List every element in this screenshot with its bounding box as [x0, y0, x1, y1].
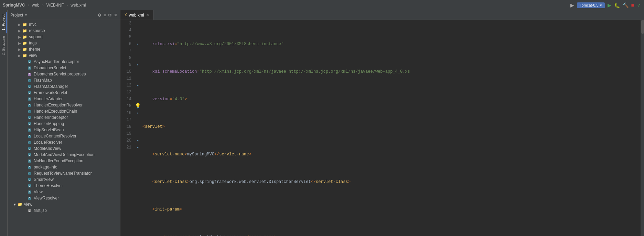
- tree-label-viewresolver: ViewResolver: [34, 196, 59, 201]
- editor-area: X web.xml ✕ 3 4 5 6 7 8 9 10 11 12 13 14…: [120, 10, 644, 236]
- tomcat-selector[interactable]: Tomcat-8.5 ▾: [577, 2, 604, 8]
- tree-label-themeresolver: ThemeResolver: [34, 183, 63, 188]
- tree-label-smartview: SmartView: [34, 177, 54, 182]
- tree-item-nohandlerfound[interactable]: C NoHandlerFoundException: [8, 158, 120, 164]
- code-line-7: <servlet-name>mySpringMVC</servlet-name>: [142, 151, 641, 158]
- tree-item-viewresolver[interactable]: C ViewResolver: [8, 195, 120, 201]
- close-icon[interactable]: ✕: [114, 13, 117, 18]
- tree-label-view-class: View: [34, 189, 43, 194]
- editor-tabs-bar: X web.xml ✕: [120, 10, 644, 20]
- code-line-6: <servlet>: [142, 123, 641, 130]
- tree-item-mavdefexception[interactable]: C ModelAndViewDefiningException: [8, 152, 120, 158]
- code-lines: xmlns:xsi="http://www.w3.org/2001/XMLSch…: [141, 20, 641, 236]
- tree-item-mvc[interactable]: ▶ 📁 mvc: [8, 21, 120, 28]
- tree-label-flashmap: FlashMap: [34, 78, 52, 83]
- tree-label-asynchandler: AsyncHandlerInterceptor: [34, 59, 79, 64]
- line-numbers: 3 4 5 6 7 8 9 10 11 12 13 14 15 16 17 18…: [120, 20, 134, 236]
- tree-item-resource[interactable]: ▶ 📁 resource: [8, 28, 120, 34]
- run-icon: ▶: [570, 2, 574, 8]
- tab-structure[interactable]: 2: Structure: [1, 33, 7, 58]
- tree-label-view-collapsed: view: [29, 53, 37, 58]
- debug-button[interactable]: 🐛: [614, 2, 620, 8]
- tree-item-httpservletbean[interactable]: C HttpServletBean: [8, 127, 120, 133]
- editor-content[interactable]: 3 4 5 6 7 8 9 10 11 12 13 14 15 16 17 18…: [120, 20, 644, 236]
- tree-item-theme[interactable]: ▶ 📁 theme: [8, 46, 120, 52]
- path-web[interactable]: web: [32, 3, 40, 8]
- stop-icon[interactable]: ■: [631, 2, 634, 8]
- tree-label-reqtovnametrans: RequestToViewNameTranslator: [34, 171, 92, 176]
- tree-label-handlerinterceptor: HandlerInterceptor: [34, 115, 68, 120]
- tree-item-smartview[interactable]: C SmartView: [8, 176, 120, 183]
- tree-label-localecontextresolver: LocaleContextResolver: [34, 134, 76, 138]
- code-line-10: <param-name>contextConfigLocation</param…: [142, 234, 641, 236]
- sync-icon[interactable]: ⚙: [98, 13, 101, 18]
- code-line-4: xsi:schemaLocation="http://xmlns.jcp.org…: [142, 68, 641, 75]
- tree-item-handlermapping[interactable]: C HandlerMapping: [8, 121, 120, 127]
- tomcat-label: Tomcat-8.5: [580, 3, 598, 7]
- tree-item-asynchandler[interactable]: C AsyncHandlerInterceptor: [8, 59, 120, 65]
- tree-label-dispatcherprops: DispatcherServlet.properties: [34, 72, 86, 76]
- tree-item-packageinfo[interactable]: C package-info: [8, 164, 120, 170]
- brand: SpringMVC: [3, 3, 25, 8]
- tree-item-handlerexchain[interactable]: C HandlerExecutionChain: [8, 108, 120, 114]
- tree-label-mvc: mvc: [29, 22, 36, 27]
- path-webxml[interactable]: web.xml: [71, 3, 86, 8]
- tree-item-handlerinterceptor[interactable]: C HandlerInterceptor: [8, 114, 120, 121]
- sidebar: Project ▾ ⚙ ≡ ⚙ ✕ ▶ 📁 mvc ▶ 📁 resou: [8, 10, 120, 236]
- sidebar-header: Project ▾ ⚙ ≡ ⚙ ✕: [8, 10, 120, 20]
- tree-item-view-expanded[interactable]: ▼ 📁 view: [8, 201, 120, 207]
- tree-item-support[interactable]: ▶ 📁 support: [8, 34, 120, 40]
- tree-item-handlerexresolver[interactable]: C HandlerExceptionResolver: [8, 102, 120, 108]
- tree-label-flashmapmanager: FlashMapManager: [34, 84, 68, 89]
- tree-item-modelandview[interactable]: C ModelAndView: [8, 145, 120, 152]
- dropdown-icon[interactable]: ▾: [25, 13, 27, 17]
- gutter: ▸ ▸ ◂ 💡 ▸ ◂ ◂: [134, 20, 141, 236]
- tree-label-theme: theme: [29, 47, 40, 52]
- tree-label-modelandview: ModelAndView: [34, 146, 61, 151]
- project-label: Project: [10, 13, 23, 18]
- collapse-icon[interactable]: ≡: [104, 13, 106, 18]
- code-line-8: <servlet-class>org.springframework.web.s…: [142, 178, 641, 185]
- code-line-5: version="4.0">: [142, 96, 641, 103]
- tree-item-reqtovnametrans[interactable]: C RequestToViewNameTranslator: [8, 170, 120, 176]
- tree-label-resource: resource: [29, 28, 45, 33]
- tab-icon-xml: X: [125, 13, 127, 17]
- tree-label-handlermapping: HandlerMapping: [34, 121, 64, 126]
- tree-label-httpservletbean: HttpServletBean: [34, 127, 64, 132]
- tree-item-localecontextresolver[interactable]: C LocaleContextResolver: [8, 133, 120, 139]
- tab-label-webxml: web.xml: [129, 13, 144, 18]
- tomcat-dropdown-icon[interactable]: ▾: [600, 3, 602, 8]
- tree-item-firstjsp[interactable]: J first.jsp: [8, 207, 120, 214]
- editor-tab-webxml[interactable]: X web.xml ✕: [120, 10, 153, 20]
- sidebar-tree: ▶ 📁 mvc ▶ 📁 resource ▶ 📁 support ▶: [8, 20, 120, 236]
- checkmark: ✓: [637, 2, 641, 9]
- tree-label-tags: tags: [29, 41, 37, 45]
- tree-item-handleradapter[interactable]: C HandlerAdapter: [8, 96, 120, 102]
- tree-item-frameworkservlet[interactable]: C FrameworkServlet: [8, 90, 120, 96]
- tree-item-dispatcherservlet[interactable]: C DispatcherServlet: [8, 65, 120, 71]
- tree-label-support: support: [29, 34, 43, 39]
- tree-item-dispatcherprops[interactable]: P DispatcherServlet.properties: [8, 71, 120, 77]
- tree-item-flashmapmanager[interactable]: C FlashMapManager: [8, 83, 120, 90]
- settings-icon[interactable]: ⚙: [108, 13, 112, 18]
- tree-label-view-expanded: view: [24, 202, 32, 207]
- editor-scrollbar[interactable]: [641, 20, 644, 236]
- code-line-3: xmlns:xsi="http://www.w3.org/2001/XMLSch…: [142, 41, 641, 48]
- tree-label-localeresolver: LocaleResolver: [34, 140, 62, 145]
- tree-label-packageinfo: package-info: [34, 165, 57, 170]
- tab-close-webxml[interactable]: ✕: [146, 13, 149, 17]
- tree-label-handlerexresolver: HandlerExceptionResolver: [34, 103, 83, 107]
- tree-item-localeresolver[interactable]: C LocaleResolver: [8, 139, 120, 145]
- tree-label-handleradapter: HandlerAdapter: [34, 96, 63, 101]
- tree-item-view-collapsed[interactable]: ▶ 📁 view: [8, 52, 120, 59]
- code-line-9: <init-param>: [142, 206, 641, 213]
- tree-item-themeresolver[interactable]: C ThemeResolver: [8, 183, 120, 189]
- build-icon[interactable]: 🔨: [623, 2, 629, 8]
- tree-item-view-class[interactable]: C View: [8, 189, 120, 195]
- path-webinf[interactable]: WEB-INF: [46, 3, 64, 8]
- play-button[interactable]: ▶: [608, 2, 611, 8]
- tree-label-handlerexchain: HandlerExecutionChain: [34, 109, 77, 114]
- tab-project[interactable]: 1: Project: [1, 12, 7, 33]
- tree-item-tags[interactable]: ▶ 📁 tags: [8, 40, 120, 46]
- tree-item-flashmap[interactable]: C FlashMap: [8, 77, 120, 83]
